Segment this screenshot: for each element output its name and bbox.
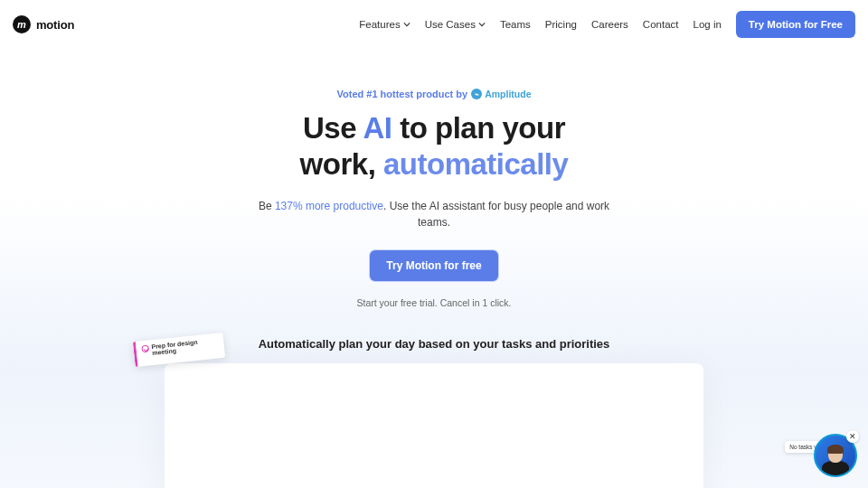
hero-cta-button[interactable]: Try Motion for free — [370, 250, 497, 281]
check-icon — [141, 344, 149, 352]
amplitude-badge: ⌁ Amplitude — [471, 89, 531, 99]
section-title: Automatically plan your day based on you… — [0, 337, 868, 351]
task-chip-label: Prep for design meeting — [151, 336, 219, 356]
nav-pricing[interactable]: Pricing — [545, 19, 577, 30]
brand-name: motion — [36, 18, 74, 32]
nav-label: Teams — [500, 19, 531, 30]
trial-note: Start your free trial. Cancel in 1 click… — [0, 297, 868, 308]
nav-label: Careers — [591, 19, 628, 30]
nav-label: Contact — [643, 19, 679, 30]
nav-label: Log in — [693, 19, 722, 30]
chevron-down-icon — [403, 21, 410, 28]
voted-prefix: Voted #1 hottest product by — [337, 89, 468, 99]
voted-badge: Voted #1 hottest product by ⌁ Amplitude — [0, 89, 868, 99]
nav-teams[interactable]: Teams — [500, 19, 531, 30]
nav-login[interactable]: Log in — [693, 19, 722, 30]
nav-label: Use Cases — [425, 19, 476, 30]
headline-accent-ai: AI — [363, 111, 392, 145]
main-nav: Features Use Cases Teams Pricing Careers… — [359, 11, 855, 38]
chat-widget[interactable]: No tasks yet ✕ — [814, 434, 857, 477]
headline-accent-auto: automatically — [383, 147, 568, 181]
chevron-down-icon — [478, 21, 486, 28]
nav-contact[interactable]: Contact — [643, 19, 679, 30]
nav-careers[interactable]: Careers — [591, 19, 628, 30]
nav-label: Features — [359, 19, 400, 30]
nav-features[interactable]: Features — [359, 19, 410, 30]
logo-mark: m — [13, 15, 31, 33]
site-header: m motion Features Use Cases Teams Pricin… — [0, 0, 868, 49]
hero-headline: Use AI to plan your work, automatically — [0, 110, 868, 182]
subhead-accent: 137% more productive — [275, 200, 383, 212]
nav-use-cases[interactable]: Use Cases — [425, 19, 486, 30]
nav-cta-button[interactable]: Try Motion for Free — [736, 11, 855, 38]
chat-close-button[interactable]: ✕ — [846, 430, 859, 443]
nav-label: Pricing — [545, 19, 577, 30]
hero-subhead: Be 137% more productive. Use the AI assi… — [0, 198, 868, 230]
preview-card — [165, 363, 703, 488]
amplitude-name: Amplitude — [485, 89, 531, 99]
brand-logo[interactable]: m motion — [13, 15, 74, 33]
amplitude-icon: ⌁ — [471, 89, 482, 99]
hero-section: Voted #1 hottest product by ⌁ Amplitude … — [0, 49, 868, 488]
